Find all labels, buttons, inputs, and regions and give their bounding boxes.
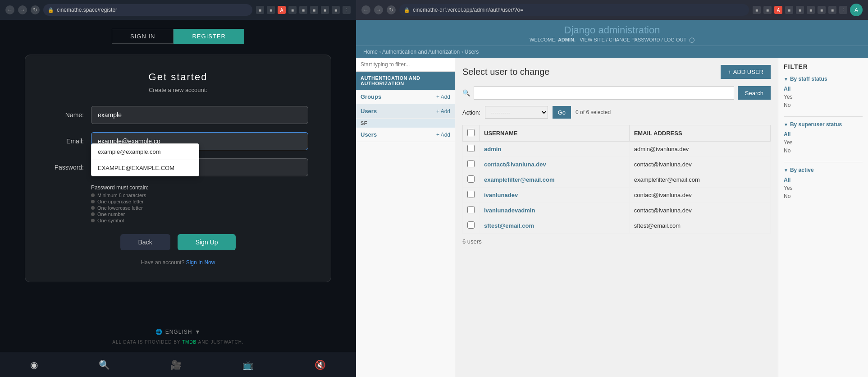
django-header: Django administration WELCOME, ADMIN. VI… bbox=[356, 20, 868, 46]
filter-superuser-all[interactable]: All bbox=[784, 130, 863, 138]
r-ext-7: ■ bbox=[818, 6, 826, 14]
log-out-link[interactable]: LOG OUT bbox=[664, 37, 686, 42]
row-checkbox-3[interactable] bbox=[467, 191, 475, 198]
filter-staff-all[interactable]: All bbox=[784, 85, 863, 93]
filter-active-no[interactable]: No bbox=[784, 192, 863, 200]
groups-link[interactable]: Groups bbox=[361, 93, 381, 100]
r-ext-5: ■ bbox=[796, 6, 804, 14]
email-label: Email: bbox=[48, 138, 84, 145]
filter-staff-options: All Yes No bbox=[784, 85, 863, 109]
filter-staff-no[interactable]: No bbox=[784, 101, 863, 109]
tab-signin[interactable]: SIGN IN bbox=[112, 29, 174, 44]
row-checkbox-1[interactable] bbox=[467, 160, 475, 167]
sidebar-item-groups[interactable]: Groups + Add bbox=[356, 90, 455, 104]
filter-staff-yes[interactable]: Yes bbox=[784, 93, 863, 101]
users-add-link[interactable]: + Add bbox=[436, 108, 450, 115]
filter-active-yes[interactable]: Yes bbox=[784, 184, 863, 192]
search-bar: 🔍 Search bbox=[462, 86, 771, 100]
pwd-req-2: One uppercase letter bbox=[91, 199, 308, 204]
row-checkbox-4[interactable] bbox=[467, 206, 475, 213]
nav-search-icon[interactable]: 🔍 bbox=[99, 359, 110, 370]
add-user-button[interactable]: + ADD USER bbox=[721, 65, 771, 79]
col-email-header: EMAIL ADDRESS bbox=[629, 125, 770, 142]
nav-logo-icon[interactable]: ◉ bbox=[30, 359, 38, 370]
breadcrumb-home[interactable]: Home bbox=[363, 49, 378, 55]
sf-section-header: SF bbox=[356, 119, 455, 128]
password-label: Password: bbox=[48, 164, 84, 171]
breadcrumb-sep2: › bbox=[461, 49, 465, 55]
row-checkbox-5[interactable] bbox=[467, 221, 475, 229]
sf-users-link[interactable]: Users bbox=[361, 131, 377, 138]
user-link-1[interactable]: contact@ivanluna.dev bbox=[484, 161, 546, 168]
view-site-link[interactable]: VIEW SITE bbox=[580, 37, 605, 42]
sf-users-add-link[interactable]: + Add bbox=[436, 132, 450, 138]
go-button[interactable]: Go bbox=[553, 106, 571, 119]
form-card: Get started Create a new account: Name: … bbox=[25, 55, 331, 282]
url-text-right: cinemathe-drf.vercel.app/admin/auth/user… bbox=[413, 7, 523, 13]
table-row: sftest@email.com sftest@email.com bbox=[463, 218, 771, 234]
url-bar-left[interactable]: 🔒 cinemathe.space/register bbox=[43, 4, 252, 16]
filter-active-all[interactable]: All bbox=[784, 176, 863, 184]
action-label: Action: bbox=[462, 109, 480, 116]
right-forward-btn[interactable]: → bbox=[374, 5, 383, 14]
ext-icon-2: ■ bbox=[267, 6, 275, 14]
filter-superuser-yes[interactable]: Yes bbox=[784, 138, 863, 147]
users-link[interactable]: Users bbox=[361, 108, 377, 115]
tab-register[interactable]: REGISTER bbox=[174, 29, 244, 44]
filter-active-title: ▼ By active bbox=[784, 167, 863, 173]
filter-arrow-active: ▼ bbox=[784, 168, 788, 173]
name-input[interactable] bbox=[91, 106, 308, 124]
signin-link[interactable]: Sign In Now bbox=[186, 259, 215, 266]
nav-movies-icon[interactable]: 🎥 bbox=[170, 359, 182, 370]
filter-superuser-no[interactable]: No bbox=[784, 147, 863, 155]
nav-tv-icon[interactable]: 📺 bbox=[242, 359, 254, 370]
groups-add-link[interactable]: + Add bbox=[436, 94, 450, 100]
filter-active-options: All Yes No bbox=[784, 176, 863, 200]
back-btn[interactable]: ← bbox=[5, 5, 14, 14]
search-button[interactable]: Search bbox=[738, 86, 771, 100]
r-menu[interactable]: ⋮ bbox=[839, 6, 847, 14]
language-selector[interactable]: 🌐 ENGLISH ▼ bbox=[155, 329, 201, 335]
sidebar-item-sf-users[interactable]: Users + Add bbox=[356, 128, 455, 142]
form-buttons: Back Sign Up bbox=[48, 234, 308, 250]
filter-divider-1 bbox=[784, 116, 863, 117]
user-link-0[interactable]: admin bbox=[484, 146, 501, 152]
url-bar-right[interactable]: 🔒 cinemathe-drf.vercel.app/admin/auth/us… bbox=[399, 4, 749, 16]
breadcrumb: Home › Authentication and Authorization … bbox=[356, 46, 868, 58]
refresh-btn[interactable]: ↻ bbox=[31, 5, 40, 14]
left-footer: 🌐 ENGLISH ▼ ALL DATA IS PROVIDED BY TMDB… bbox=[0, 320, 356, 352]
sidebar-item-users[interactable]: Users + Add bbox=[356, 104, 455, 119]
filter-staff-title: ▼ By staff status bbox=[784, 76, 863, 82]
user-link-3[interactable]: ivanlunadev bbox=[484, 192, 518, 198]
autocomplete-item-2[interactable]: EXAMPLE@EXAMPLE.COM bbox=[91, 160, 199, 176]
nav-profile-icon[interactable]: 🔇 bbox=[315, 359, 326, 370]
search-input[interactable] bbox=[474, 86, 734, 100]
breadcrumb-auth[interactable]: Authentication and Authorization bbox=[382, 49, 460, 55]
right-back-btn[interactable]: ← bbox=[361, 5, 370, 14]
change-password-link[interactable]: CHANGE PASSWORD bbox=[609, 37, 660, 42]
r-avatar[interactable]: A bbox=[850, 4, 863, 16]
forward-btn[interactable]: → bbox=[18, 5, 27, 14]
ext-icon-7: ■ bbox=[321, 6, 329, 14]
right-refresh-btn[interactable]: ↻ bbox=[387, 5, 396, 14]
back-button[interactable]: Back bbox=[120, 234, 170, 250]
menu-icon[interactable]: ⋮ bbox=[343, 6, 351, 14]
django-title: Django administration bbox=[356, 24, 868, 36]
user-link-4[interactable]: ivanlunadevadmin bbox=[484, 207, 535, 214]
signup-button[interactable]: Sign Up bbox=[178, 234, 236, 250]
select-all-checkbox[interactable] bbox=[467, 129, 475, 136]
user-link-5[interactable]: sftest@email.com bbox=[484, 222, 534, 229]
action-select[interactable]: ---------- bbox=[485, 106, 548, 119]
r-ext-3: A bbox=[774, 6, 782, 14]
django-title-main: administration bbox=[598, 24, 660, 36]
user-email-1: contact@ivanluna.dev bbox=[629, 157, 770, 172]
password-requirements: Password must contain: Minimum 8 charact… bbox=[91, 184, 308, 223]
pwd-req-3: One lowercase letter bbox=[91, 205, 308, 211]
user-link-2[interactable]: examplefilter@email.com bbox=[484, 176, 554, 183]
filter-title: FILTER bbox=[784, 63, 863, 70]
filter-arrow-superuser: ▼ bbox=[784, 122, 788, 127]
autocomplete-item-1[interactable]: example@example.com bbox=[91, 144, 199, 160]
row-checkbox-0[interactable] bbox=[467, 145, 475, 152]
row-checkbox-2[interactable] bbox=[467, 175, 475, 183]
sidebar-filter-input[interactable] bbox=[356, 58, 455, 72]
